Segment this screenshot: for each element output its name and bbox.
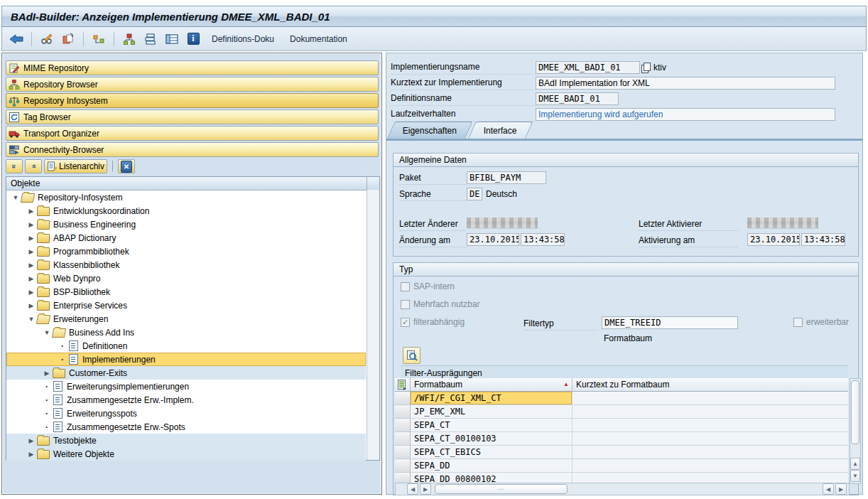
horizontal-scroll-thumb[interactable]: ⋯ [435, 484, 568, 494]
tree-item-business-engineering[interactable]: ▶Business Engineering [6, 218, 366, 231]
definitionsname-field[interactable]: DMEE_BADI_01 [536, 92, 619, 105]
copy-icon[interactable] [641, 63, 651, 73]
sidebar-item-mime-repository[interactable]: MIME Repository [6, 60, 379, 75]
table-vertical-scrollbar[interactable]: ▲ ▼ [850, 378, 861, 484]
tree-item-abap-dictionary[interactable]: ▶ABAP Dictionary [6, 231, 366, 245]
scroll-right-button-right-pane[interactable]: ▶ [835, 483, 847, 495]
expander-closed-icon[interactable]: ▶ [26, 235, 36, 242]
expander-open-icon[interactable]: ▼ [42, 329, 52, 336]
table-row[interactable]: JP_EMC_XML [395, 405, 848, 419]
kurztext-cell[interactable] [573, 459, 848, 473]
table-row[interactable]: /WFI/F_CGI_XML_CT [395, 392, 848, 405]
tree-item-implementierungen[interactable]: ·Implementierungen [6, 353, 366, 366]
tree-item-customer-exits[interactable]: ▶Customer-Exits [6, 366, 366, 380]
display-change-icon[interactable] [38, 31, 55, 48]
filterabhaengig-checkbox[interactable]: ✓ [401, 318, 410, 327]
expander-closed-icon[interactable]: ▶ [26, 248, 36, 255]
expander-closed-icon[interactable]: ▶ [42, 370, 52, 377]
tree-item-erweiterungsimplementierungen[interactable]: ·Erweiterungsimplementierungen [6, 380, 366, 393]
implementierungsname-field[interactable]: DMEE_XML_BADI_01 [536, 61, 640, 74]
formatbaum-cell[interactable]: SEPA_CT_00100103 [411, 432, 573, 446]
expander-closed-icon[interactable]: ▶ [26, 451, 36, 458]
expander-closed-icon[interactable]: ▶ [26, 262, 36, 269]
scroll-left-button[interactable]: ◀ [407, 483, 418, 495]
formatbaum-cell[interactable]: SEPA_CT_EBICS [411, 446, 573, 459]
stack-icon[interactable] [142, 31, 159, 48]
tree-item-erweiterungen[interactable]: ▼Erweiterungen [6, 312, 366, 326]
formatbaum-cell[interactable]: SEPA_DD_00800102 [411, 473, 573, 483]
column-header-formatbaum[interactable]: Formatbaum ▲ [411, 378, 573, 392]
table-select-all-cell[interactable] [395, 378, 411, 392]
kurztext-cell[interactable] [573, 405, 848, 419]
mehrfach-nutzbar-checkbox[interactable] [401, 300, 410, 309]
kurztext-cell[interactable] [573, 392, 848, 405]
table-row[interactable]: SEPA_DD [395, 459, 848, 473]
back-icon[interactable] [8, 31, 25, 48]
sprache-field[interactable]: DE [467, 188, 482, 200]
scroll-down-button[interactable]: ▼ [850, 470, 860, 482]
info-icon[interactable]: i [185, 31, 202, 48]
tree-item-testobjekte[interactable]: ▶Testobjekte [6, 434, 366, 447]
kurztext-cell[interactable] [573, 446, 848, 459]
aenderung-datum-field[interactable]: 23.10.2015 [467, 233, 519, 246]
table-row[interactable]: SEPA_CT [395, 419, 848, 432]
table-horizontal-scrollbar[interactable]: ◀ ▶ ⋯ ◀ ▶ [395, 483, 850, 495]
kurztext-cell[interactable] [573, 419, 848, 432]
kurztext-field[interactable]: BAdI Implementation for XML [536, 77, 835, 90]
row-selector[interactable] [395, 432, 411, 446]
formatbaum-cell[interactable]: /WFI/F_CGI_XML_CT [411, 392, 573, 405]
tree-item-web-dynpro[interactable]: ▶Web Dynpro [6, 272, 366, 285]
goto-icon[interactable] [90, 31, 107, 48]
scroll-right-button[interactable]: ▶ [420, 483, 431, 495]
laufzeitverhalten-field[interactable]: Implementierung wird aufgerufen [536, 108, 835, 121]
row-selector[interactable] [395, 405, 411, 419]
expander-closed-icon[interactable]: ▶ [26, 437, 36, 444]
tab-eigenschaften[interactable]: Eigenschaften [386, 122, 472, 139]
definitions-doku-button[interactable]: Definitions-Doku [206, 33, 280, 45]
tree-item-programmbibliothek[interactable]: ▶Programmbibliothek [6, 245, 366, 258]
aktivierung-datum-field[interactable]: 23.10.2015 [747, 233, 800, 246]
paket-field[interactable]: BFIBL_PAYM [467, 171, 546, 184]
page-up-button[interactable]: » [25, 159, 42, 173]
table-row[interactable]: SEPA_CT_EBICS [395, 446, 848, 459]
vertical-scroll-thumb[interactable] [851, 380, 859, 444]
tree-column-header[interactable]: Objekte [6, 177, 379, 191]
table-row[interactable]: SEPA_DD_00800102 [395, 473, 848, 483]
tree-item-enterprise-services[interactable]: ▶Enterprise Services [6, 299, 366, 312]
tree-item-entwicklungskoordination[interactable]: ▶Entwicklungskoordination [6, 204, 366, 218]
row-selector[interactable] [395, 392, 411, 405]
tree-item-bsp-bibliothek[interactable]: ▶BSP-Bibliothek [6, 285, 366, 299]
sidebar-item-connectivity-browser[interactable]: Connectivity-Browser [6, 142, 379, 157]
sap-intern-checkbox[interactable] [401, 282, 410, 291]
expander-closed-icon[interactable]: ▶ [26, 208, 36, 215]
formatbaum-cell[interactable]: SEPA_DD [411, 459, 573, 473]
expander-closed-icon[interactable]: ▶ [26, 302, 36, 309]
expander-open-icon[interactable]: ▼ [26, 316, 36, 323]
tree-item-zusammengesetzte-erw-implem[interactable]: ·Zusammengesetzte Erw.-Implem. [6, 393, 366, 407]
kurztext-cell[interactable] [573, 473, 848, 483]
tree-item-weitere-objekte[interactable]: ▶Weitere Objekte [6, 447, 366, 461]
tree-vertical-scrollbar[interactable] [367, 190, 379, 460]
formatbaum-cell[interactable]: SEPA_CT [411, 419, 573, 432]
tab-interface[interactable]: Interface [467, 122, 533, 139]
row-selector[interactable] [395, 473, 411, 483]
dokumentation-button[interactable]: Dokumentation [284, 33, 353, 45]
scroll-up-button[interactable]: ▲ [850, 458, 860, 470]
tree-item-business-add-ins[interactable]: ▼Business Add Ins [6, 326, 366, 339]
sidebar-item-tag-browser[interactable]: Tag Browser [6, 109, 379, 124]
listenarchiv-button[interactable]: Listenarchiv [44, 159, 107, 173]
expander-closed-icon[interactable]: ▶ [26, 221, 36, 228]
scroll-left-button-right-pane[interactable]: ◀ [823, 483, 834, 495]
aktivierung-zeit-field[interactable]: 13:43:58 [801, 233, 845, 246]
row-selector[interactable] [395, 446, 411, 459]
filtertyp-field[interactable]: DMEE_TREEID [602, 316, 738, 329]
table-row[interactable]: SEPA_CT_00100103 [395, 432, 848, 446]
expander-closed-icon[interactable]: ▶ [26, 275, 36, 282]
tree-item-klassenbibliothek[interactable]: ▶Klassenbibliothek [6, 258, 366, 272]
sidebar-item-transport-organizer[interactable]: Transport Organizer [6, 126, 379, 141]
close-list-button[interactable]: ✕ [118, 159, 135, 173]
column-header-kurztext[interactable]: Kurztext zu Formatbaum [573, 378, 848, 392]
worklist-icon[interactable] [121, 31, 138, 48]
expander-closed-icon[interactable]: ▶ [26, 289, 36, 296]
tree-item-repository-infosystem[interactable]: ▼Repository-Infosystem [6, 191, 366, 204]
